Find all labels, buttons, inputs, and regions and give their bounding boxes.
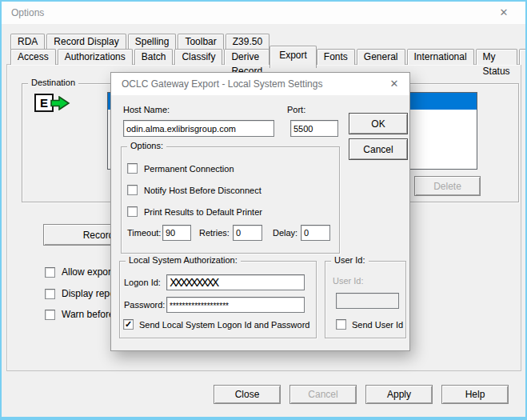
tab-derive-record[interactable]: Derive Record — [224, 49, 269, 65]
permanent-connection-checkbox[interactable] — [127, 163, 138, 174]
tab-my-status[interactable]: My Status — [476, 49, 517, 65]
notify-host-checkbox[interactable] — [127, 185, 138, 195]
host-name-label: Host Name: — [123, 105, 170, 114]
tab-fonts[interactable]: Fonts — [317, 49, 355, 65]
tab-export[interactable]: Export — [269, 46, 317, 68]
notify-host-row: Notify Host Before Disconnect — [127, 185, 262, 195]
tab-toolbar[interactable]: Toolbar — [178, 34, 223, 50]
send-logon-row: ✓ Send Local System Logon Id and Passwor… — [123, 319, 309, 330]
delay-input[interactable] — [301, 225, 330, 241]
notify-host-label: Notify Host Before Disconnect — [144, 186, 262, 195]
display-report-checkbox[interactable] — [45, 289, 55, 299]
send-user-id-checkbox[interactable] — [336, 319, 346, 330]
password-input[interactable] — [166, 297, 305, 313]
tab-access[interactable]: Access — [10, 49, 56, 65]
warn-before-checkbox[interactable] — [45, 310, 55, 320]
local-auth-group-label: Local System Authorization: — [126, 255, 241, 265]
green-arrow-icon — [50, 96, 71, 110]
retries-input[interactable] — [233, 225, 262, 241]
delay-label: Delay: — [273, 228, 297, 238]
send-user-id-label: Send User Id — [352, 320, 403, 330]
logon-id-label: Logon Id: — [124, 278, 161, 287]
tab-batch[interactable]: Batch — [134, 49, 174, 65]
timeout-input[interactable] — [162, 225, 191, 241]
destination-group-label: Destination — [28, 78, 78, 87]
close-button[interactable]: Close — [214, 385, 281, 404]
gateway-dialog-title: OCLC Gateway Export - Local System Setti… — [122, 73, 322, 95]
tab-z3950[interactable]: Z39.50 — [226, 34, 269, 50]
check-icon: ✓ — [125, 320, 132, 329]
print-results-row: Print Results to Default Printer — [127, 206, 262, 217]
port-input[interactable] — [290, 120, 338, 137]
tab-row-1: RDA Record Display Spelling Toolbar Z39.… — [10, 34, 271, 50]
print-results-checkbox[interactable] — [127, 206, 138, 217]
apply-button[interactable]: Apply — [365, 385, 433, 404]
allow-export-checkbox[interactable] — [45, 267, 55, 278]
permanent-connection-row: Permanent Connection — [127, 163, 234, 174]
tab-spelling[interactable]: Spelling — [128, 34, 177, 50]
gateway-close-icon[interactable]: ✕ — [382, 73, 406, 95]
send-user-id-row: Send User Id — [336, 319, 403, 330]
options-window-titlebar: Options ✕ — [2, 2, 525, 24]
user-id-label: User Id: — [333, 276, 364, 286]
send-logon-label: Send Local System Logon Id and Password — [139, 320, 309, 330]
cancel-button[interactable]: Cancel — [289, 385, 357, 404]
window-title: Options — [11, 2, 44, 24]
send-logon-checkbox[interactable]: ✓ — [123, 319, 134, 330]
dialog-cancel-button[interactable]: Cancel — [349, 138, 408, 160]
ok-button[interactable]: OK — [349, 113, 408, 134]
gateway-export-dialog: OCLC Gateway Export - Local System Setti… — [110, 72, 410, 351]
tab-authorizations[interactable]: Authorizations — [58, 49, 133, 65]
options-group-label: Options: — [127, 141, 166, 150]
tab-general[interactable]: General — [357, 49, 405, 65]
tab-rda[interactable]: RDA — [10, 34, 45, 50]
tab-classify[interactable]: Classify — [174, 49, 222, 65]
user-id-group-label: User Id: — [331, 255, 369, 265]
close-icon[interactable]: ✕ — [489, 2, 519, 24]
host-name-input[interactable] — [123, 120, 274, 137]
tab-international[interactable]: International — [407, 49, 474, 65]
timeout-label: Timeout: — [127, 228, 161, 238]
user-id-input — [336, 293, 399, 309]
permanent-connection-label: Permanent Connection — [144, 164, 234, 174]
password-label: Password: — [124, 300, 165, 310]
help-button[interactable]: Help — [441, 385, 509, 404]
delete-button[interactable]: Delete — [414, 176, 481, 196]
tab-printing[interactable]: Printing — [519, 49, 527, 65]
gateway-dialog-titlebar: OCLC Gateway Export - Local System Setti… — [111, 73, 409, 95]
logon-id-input[interactable] — [166, 274, 305, 290]
display-report-checkbox-row: Display report — [45, 288, 121, 299]
port-label: Port: — [287, 105, 305, 114]
print-results-label: Print Results to Default Printer — [144, 207, 262, 217]
tab-record-display[interactable]: Record Display — [46, 34, 126, 50]
retries-label: Retries: — [199, 228, 230, 238]
tab-row-2: Access Authorizations Batch Classify Der… — [10, 49, 527, 71]
